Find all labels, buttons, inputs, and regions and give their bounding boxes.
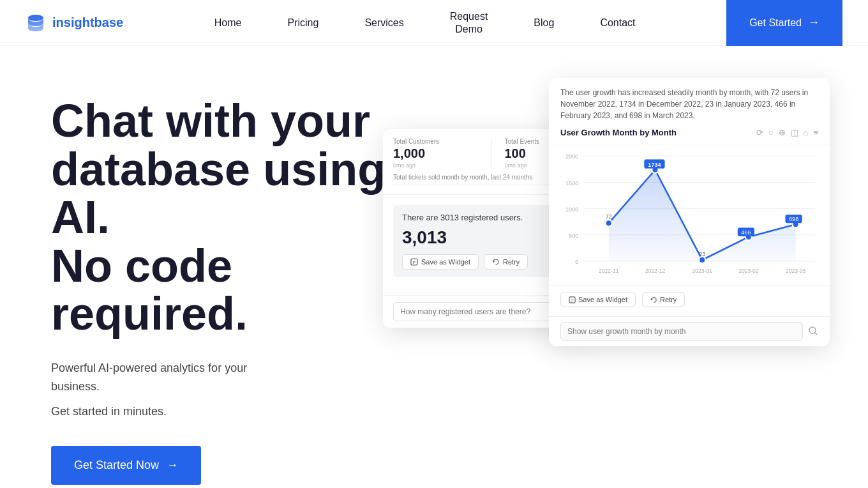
graph-header: The user growth has increased steadily m… [549,78,830,144]
home-icon[interactable]: ⌂ [804,128,809,137]
refresh-icon[interactable]: ⟳ [756,128,763,137]
svg-text:2023-03: 2023-03 [786,267,806,273]
hero-cta-label: Get Started Now [74,459,159,472]
hero-cta-button[interactable]: Get Started Now → [51,446,201,485]
graph-card: The user growth has increased steadily m… [549,78,830,346]
graph-title: User Growth Month by Month [560,128,677,137]
graph-search-button[interactable] [808,326,818,338]
nav-links: Home Pricing Services RequestDemo Blog C… [191,5,659,40]
save-widget-icon [569,296,576,303]
nav-contact[interactable]: Contact [577,12,658,34]
hero-subtitle1: Powerful AI-powered analytics for your b… [51,359,396,396]
hero-line4: No code [51,240,232,291]
svg-text:2022-12: 2022-12 [645,267,666,273]
graph-ai-text: The user growth has increased steadily m… [560,87,818,121]
hero-subtitle3: Get started in minutes. [51,402,396,421]
save-icon [410,258,418,266]
svg-text:72: 72 [606,213,612,220]
navigation: insightbase Home Pricing Services Reques… [0,0,868,46]
graph-icons: ⟳ ○ ⊕ ◫ ⌂ ≡ [756,128,818,137]
nav-request-demo[interactable]: RequestDemo [427,5,511,40]
svg-point-15 [699,257,705,263]
svg-text:698: 698 [789,216,798,222]
graph-footer: Save as Widget Retry [549,285,830,316]
graph-input[interactable] [560,322,803,341]
graph-retry-icon [650,296,657,303]
nav-home[interactable]: Home [191,12,265,34]
svg-text:23: 23 [699,251,705,257]
graph-input-row [549,316,830,346]
svg-text:466: 466 [741,229,751,236]
graph-save-label: Save as Widget [578,296,627,303]
brand-name: insightbase [52,15,123,30]
logo[interactable]: insightbase [26,13,123,33]
total-customers-label: Total Customers [393,138,479,145]
hero-line3: AI. [51,192,110,243]
hero-section: Chat with your database using AI. No cod… [0,46,868,488]
svg-text:1734: 1734 [648,162,661,168]
svg-point-0 [28,15,43,21]
hero-left: Chat with your database using AI. No cod… [51,84,396,485]
svg-marker-12 [609,170,796,261]
search-icon [808,326,818,336]
svg-text:0: 0 [575,259,578,265]
graph-title-row: User Growth Month by Month ⟳ ○ ⊕ ◫ ⌂ ≡ [560,128,818,137]
total-customers-metric: Total Customers 1,000 0mo ago [393,138,479,169]
retry-icon [492,258,500,266]
hero-visuals: Total Customers 1,000 0mo ago Total Even… [383,78,830,461]
chart-area: 2000 1500 1000 500 0 [549,144,830,285]
svg-text:2022-11: 2022-11 [599,267,619,273]
hero-line2: database using [51,144,385,195]
menu-icon[interactable]: ≡ [813,128,818,137]
svg-text:500: 500 [569,233,578,239]
total-customers-value: 1,000 [393,146,479,161]
line-chart: 2000 1500 1000 500 0 [560,151,818,282]
svg-text:1500: 1500 [565,179,578,186]
graph-save-widget-button[interactable]: Save as Widget [560,292,636,307]
save-widget-button[interactable]: Save as Widget [402,254,479,270]
nav-cta-arrow: → [808,16,819,29]
hero-line5: required. [51,288,248,339]
hero-cta-arrow: → [167,459,178,472]
hero-title: Chat with your database using AI. No cod… [51,97,396,339]
retry-button[interactable]: Retry [484,254,528,270]
customers-time: 0mo ago [393,162,479,169]
svg-point-13 [606,220,612,226]
nav-pricing[interactable]: Pricing [264,12,341,34]
metric-divider [491,138,492,169]
nav-services[interactable]: Services [341,12,426,34]
logo-icon [26,13,46,33]
svg-text:2000: 2000 [565,153,578,160]
graph-retry-label: Retry [660,296,677,303]
zoom-icon[interactable]: ⊕ [779,128,786,137]
svg-text:2023-01: 2023-01 [692,267,712,273]
nav-cta-label: Get Started [749,17,802,29]
svg-text:1000: 1000 [565,206,578,213]
camera-icon[interactable]: ◫ [791,128,798,137]
smile-icon: ○ [768,128,774,137]
svg-text:2023-02: 2023-02 [738,267,759,273]
nav-cta-button[interactable]: Get Started → [726,0,842,46]
hero-line1: Chat with your [51,95,370,146]
nav-blog[interactable]: Blog [511,12,577,34]
graph-retry-button[interactable]: Retry [642,292,685,307]
